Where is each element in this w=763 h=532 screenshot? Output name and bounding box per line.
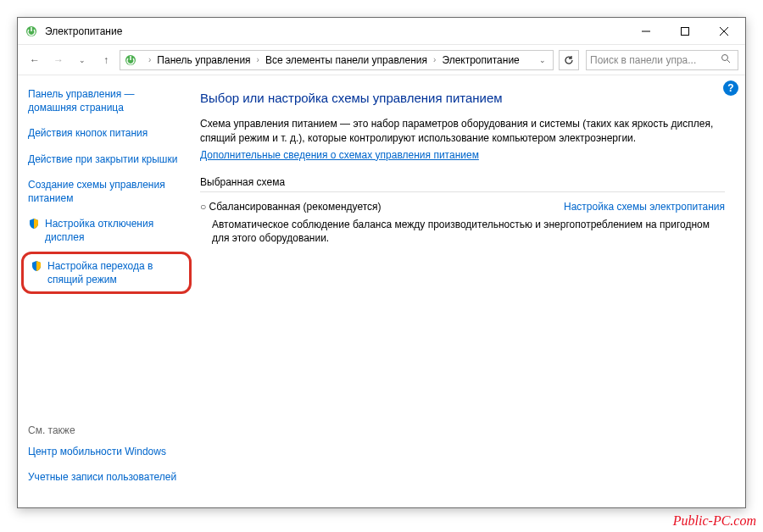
window: Электропитание ← → ⌄ ↑ › Панель управлен… [17, 17, 746, 508]
sidebar-display-off[interactable]: Настройка отключения дисплея [28, 217, 185, 244]
search-input[interactable] [590, 54, 721, 66]
sidebar-create-plan[interactable]: Создание схемы управления питанием [28, 178, 185, 205]
shield-icon [28, 218, 40, 230]
maximize-button[interactable] [666, 19, 705, 44]
address-bar[interactable]: › Панель управления › Все элементы панел… [120, 50, 554, 70]
plan-settings-link[interactable]: Настройка схемы электропитания [564, 201, 725, 213]
chevron-right-icon[interactable]: › [146, 55, 153, 64]
up-button[interactable]: ↑ [96, 50, 116, 70]
sidebar: Панель управления — домашняя страница Де… [18, 75, 192, 507]
help-icon[interactable]: ? [723, 80, 738, 96]
chevron-right-icon[interactable]: › [254, 55, 262, 64]
breadcrumb-label: Все элементы панели управления [265, 54, 427, 66]
breadcrumb-label: Электропитание [442, 54, 519, 66]
plan-description: Автоматическое соблюдение баланса между … [200, 218, 725, 247]
svg-line-7 [727, 60, 730, 63]
breadcrumb-all-items[interactable]: Все элементы панели управления [264, 54, 429, 66]
search-icon[interactable] [721, 53, 731, 66]
app-icon [25, 25, 38, 38]
minimize-button[interactable] [627, 19, 666, 44]
sidebar-lid-action[interactable]: Действие при закрытии крышки [28, 152, 185, 166]
svg-rect-2 [682, 27, 689, 35]
body: Панель управления — домашняя страница Де… [18, 75, 745, 507]
breadcrumb-power[interactable]: Электропитание [440, 54, 521, 66]
intro-text: Схема управления питанием — это набор па… [200, 117, 725, 146]
address-dropdown-icon[interactable]: ⌄ [536, 56, 549, 64]
sidebar-item-label[interactable]: Настройка отключения дисплея [45, 217, 185, 244]
refresh-button[interactable] [559, 50, 579, 70]
window-title: Электропитание [45, 25, 627, 37]
page-heading: Выбор или настройка схемы управления пит… [200, 91, 725, 105]
spacer [28, 301, 185, 424]
window-controls [627, 19, 744, 44]
section-header: Выбранная схема [200, 176, 725, 192]
plan-name[interactable]: Сбалансированная (рекомендуется) [200, 201, 382, 213]
intro-link[interactable]: Дополнительные сведения о схемах управле… [200, 149, 479, 161]
back-button[interactable]: ← [25, 50, 45, 70]
see-also-header: См. также [28, 424, 185, 436]
breadcrumb-control-panel[interactable]: Панель управления [155, 54, 252, 66]
sidebar-sleep[interactable]: Настройка перехода в спящий режим [31, 259, 182, 286]
address-icon [124, 53, 137, 67]
sidebar-power-buttons[interactable]: Действия кнопок питания [28, 126, 185, 140]
sidebar-mobility-center[interactable]: Центр мобильности Windows [28, 445, 185, 458]
content: ? Выбор или настройка схемы управления п… [192, 75, 745, 507]
sidebar-user-accounts[interactable]: Учетные записи пользователей [28, 470, 185, 484]
watermark: Public-PC.com [673, 513, 756, 529]
svg-point-6 [722, 55, 728, 61]
shield-icon [31, 260, 42, 272]
sidebar-sleep-highlighted: Настройка перехода в спящий режим [21, 252, 192, 294]
chevron-right-icon[interactable]: › [431, 55, 438, 64]
titlebar: Электропитание [18, 18, 745, 45]
forward-button[interactable]: → [48, 50, 69, 70]
sidebar-home-link[interactable]: Панель управления — домашняя страница [28, 87, 185, 114]
navbar: ← → ⌄ ↑ › Панель управления › Все элемен… [18, 45, 745, 75]
breadcrumb-label: Панель управления [157, 54, 250, 66]
close-button[interactable] [705, 19, 744, 44]
sidebar-item-label[interactable]: Настройка перехода в спящий режим [47, 259, 182, 286]
search-box[interactable] [586, 50, 738, 70]
recent-dropdown[interactable]: ⌄ [72, 50, 92, 70]
plan-row: Сбалансированная (рекомендуется) Настрой… [200, 201, 725, 213]
